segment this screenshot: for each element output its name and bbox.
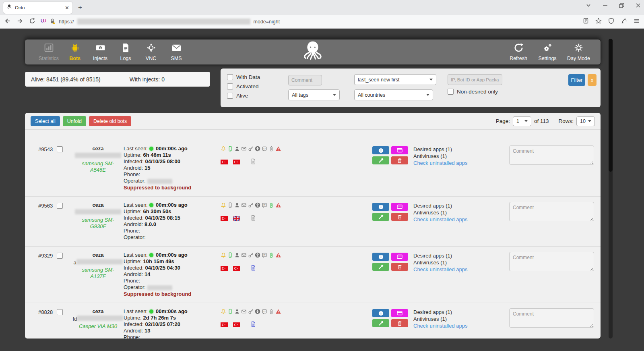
page-select[interactable]: 1 — [513, 116, 531, 126]
nav-day-mode[interactable]: Day Mode — [567, 43, 590, 61]
apps-button[interactable] — [391, 253, 408, 261]
nav-refresh[interactable]: Refresh — [509, 43, 528, 61]
minimize-button[interactable] — [603, 3, 608, 8]
bot-checkbox[interactable] — [57, 253, 63, 259]
accessibility-icon — [255, 146, 260, 152]
tabs-dropdown-icon[interactable] — [586, 2, 591, 8]
report-card-icon: !? — [262, 252, 267, 258]
checkbox[interactable] — [227, 93, 233, 99]
select-all-button[interactable]: Select all — [31, 116, 60, 126]
apps-button[interactable] — [391, 203, 408, 211]
check-uninstalled-link[interactable]: Check uninstalled apps — [413, 160, 509, 166]
filter-with-data[interactable]: With Data — [227, 74, 260, 80]
bot-comment-input[interactable] — [509, 308, 594, 328]
nav-logs[interactable]: Logs — [116, 43, 135, 61]
delete-button[interactable] — [391, 263, 408, 271]
checkbox[interactable] — [227, 74, 233, 80]
checkbox-label: Activated — [236, 83, 259, 89]
wrench-button[interactable] — [372, 319, 389, 327]
apps-button[interactable] — [391, 146, 408, 154]
wrench-button[interactable] — [372, 213, 389, 221]
table-header-band — [25, 130, 601, 140]
restore-button[interactable] — [619, 3, 624, 8]
comment-filter-input[interactable] — [288, 75, 322, 85]
bookmark-star-icon[interactable] — [595, 18, 602, 26]
wrench-button[interactable] — [372, 263, 389, 271]
nav-sms[interactable]: SMS — [167, 43, 186, 61]
delete-old-bots-button[interactable]: Delete old bots — [89, 116, 131, 126]
close-button[interactable] — [636, 3, 641, 8]
bots-table-panel: Select all Unfold Delete old bots Page: … — [25, 113, 601, 339]
cleaner-wand-icon[interactable] — [621, 18, 627, 26]
alive-count: Alive: 8451 (89.4% of 8515) — [25, 76, 101, 83]
sort-select[interactable]: last_seen new first — [354, 74, 436, 85]
info-button[interactable] — [372, 253, 389, 261]
search-input[interactable] — [448, 74, 502, 85]
tab-title: Octo — [15, 5, 62, 10]
wrench-button[interactable] — [372, 156, 389, 164]
nav-bots[interactable]: Bots — [66, 43, 84, 61]
new-tab-button[interactable]: + — [78, 4, 82, 12]
bot-checkbox[interactable] — [57, 146, 63, 152]
delete-button[interactable] — [391, 156, 408, 164]
checkbox[interactable] — [227, 83, 233, 89]
info-button[interactable] — [372, 203, 389, 211]
reader-mode-icon[interactable] — [583, 18, 589, 25]
nav-vnc[interactable]: VNC — [142, 43, 160, 61]
shield-icon[interactable] — [608, 18, 614, 26]
delete-button[interactable] — [391, 319, 408, 327]
check-uninstalled-link[interactable]: Check uninstalled apps — [413, 216, 509, 223]
bot-comment-input[interactable] — [509, 145, 594, 165]
check-uninstalled-link[interactable]: Check uninstalled apps — [413, 322, 509, 329]
page-scrollbar[interactable] — [609, 39, 613, 339]
menu-icon[interactable] — [634, 18, 640, 25]
filter-non-desired[interactable]: Non-desired only — [448, 89, 498, 95]
clear-filter-button[interactable]: x — [588, 74, 597, 86]
android-line: Android: 13 — [124, 328, 221, 334]
countries-select[interactable]: All countries — [354, 89, 433, 100]
nav-settings[interactable]: Settings — [538, 43, 557, 61]
bell-icon — [221, 146, 226, 152]
lock-warning-icon[interactable] — [50, 18, 56, 25]
bot-checkbox[interactable] — [57, 309, 63, 315]
log-file-icon — [250, 321, 256, 328]
url-redacted — [77, 19, 250, 25]
bot-comment-input[interactable] — [509, 202, 594, 221]
tab-close-icon[interactable]: ✕ — [65, 5, 69, 11]
back-button[interactable] — [4, 18, 11, 26]
last-seen-line: Last seen:00m:00s ago — [124, 145, 221, 152]
bell-icon — [221, 252, 226, 258]
scrollbar-thumb[interactable] — [609, 39, 613, 172]
reload-button[interactable] — [29, 18, 35, 26]
report-card-icon: !? — [262, 202, 267, 208]
android-robot-icon — [70, 43, 80, 54]
bot-checkbox[interactable] — [57, 203, 63, 209]
nav-statistics[interactable]: Statistics — [39, 43, 59, 61]
info-button[interactable] — [372, 146, 389, 154]
bot-comment-input[interactable] — [509, 252, 594, 271]
warning-triangle-icon — [275, 252, 281, 258]
infected-line: Infected: 04/10/25 08:15 — [124, 215, 221, 221]
info-button[interactable] — [372, 309, 389, 317]
checkbox[interactable] — [448, 89, 454, 95]
country-flag — [233, 322, 240, 327]
tags-select[interactable]: All tags — [288, 89, 340, 100]
browser-tab[interactable]: Octo ✕ — [3, 2, 72, 14]
filter-button[interactable]: Filter — [568, 74, 585, 86]
unfold-button[interactable]: Unfold — [63, 116, 86, 126]
filter-alive[interactable]: Alive — [227, 93, 248, 99]
rows-select[interactable]: 10 — [576, 116, 595, 126]
url-bar[interactable]: https:// mode=night — [40, 18, 578, 25]
bot-status-icons: !? — [221, 145, 317, 191]
nav-injects[interactable]: 1 Injects — [91, 43, 109, 61]
bot-id: #8828 — [38, 309, 53, 315]
page-label: Page: — [496, 118, 510, 124]
check-uninstalled-link[interactable]: Check uninstalled apps — [413, 266, 509, 273]
apps-button[interactable] — [391, 309, 408, 317]
delete-button[interactable] — [391, 213, 408, 221]
android-line: Android: 15 — [124, 165, 221, 171]
filter-activated[interactable]: Activated — [227, 83, 259, 89]
forward-button[interactable] — [17, 18, 23, 26]
document-icon — [121, 43, 131, 54]
extension-icon[interactable] — [40, 18, 46, 25]
